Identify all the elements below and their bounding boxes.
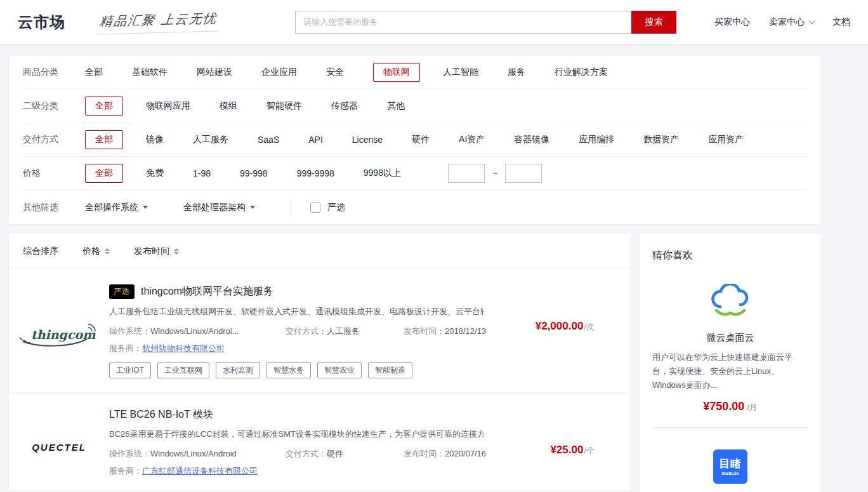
- product-tag[interactable]: 智慧农业: [317, 362, 362, 378]
- sort-default[interactable]: 综合排序: [23, 246, 58, 257]
- product-item: QUECTEL LTE BC26 NB-IoT 模块 BC26采用更易于焊接的L…: [9, 392, 630, 491]
- thingcom-logo-icon: thingcom: [18, 319, 100, 352]
- filter-label: 二级分类: [23, 100, 85, 112]
- publish-value: 2020/07/16: [445, 449, 486, 458]
- filter-option[interactable]: 企业应用: [261, 63, 297, 81]
- marketplace-logo[interactable]: 云市场: [18, 12, 65, 32]
- quectel-logo[interactable]: QUECTEL: [9, 408, 109, 477]
- search-button[interactable]: 搜索: [631, 11, 676, 34]
- filter-option[interactable]: 应用资产: [708, 131, 744, 149]
- price-value: ¥750.00: [703, 400, 744, 413]
- filter-option[interactable]: 模组: [220, 97, 237, 115]
- yanxuan-checkbox-label[interactable]: 严选: [327, 202, 345, 213]
- price-max-input[interactable]: [505, 164, 542, 183]
- search-bar: 搜索: [295, 11, 676, 34]
- product-price: ¥2,000.00/次: [503, 284, 630, 378]
- sort-price-label: 价格: [82, 246, 100, 257]
- delivery-value: 硬件: [327, 449, 343, 458]
- product-tag[interactable]: 水利监测: [216, 362, 260, 378]
- filter-option[interactable]: AI资产: [459, 131, 485, 149]
- provider-link[interactable]: 杭州轨物科技有限公司: [142, 343, 225, 353]
- os-dropdown[interactable]: 全部操作系统: [85, 202, 148, 213]
- filter-option-selected[interactable]: 物联网: [373, 63, 420, 82]
- nav-docs[interactable]: 文档: [832, 17, 850, 28]
- delivery-value: 人工服务: [327, 326, 360, 336]
- filter-option[interactable]: 硬件: [412, 131, 430, 149]
- filter-option[interactable]: 服务: [508, 63, 525, 81]
- filter-option[interactable]: 9998以上: [364, 164, 401, 182]
- yanxuan-checkbox[interactable]: [310, 203, 320, 213]
- product-tag[interactable]: 工业互联网: [157, 362, 209, 378]
- nav-seller-label: 卖家中心: [769, 17, 805, 28]
- arch-dropdown-label: 全部处理器架构: [183, 202, 246, 213]
- sort-price[interactable]: 价格: [82, 246, 110, 257]
- price-value: ¥2,000.00: [536, 320, 584, 332]
- filter-option[interactable]: 免费: [146, 164, 164, 182]
- product-tag[interactable]: 智慧水务: [266, 362, 311, 378]
- cloud-desktop-icon[interactable]: [652, 284, 808, 321]
- filter-option[interactable]: License: [352, 131, 383, 148]
- price-range-separator: ~: [492, 168, 497, 178]
- filter-option[interactable]: 应用编排: [579, 131, 614, 149]
- product-title[interactable]: thingcom物联网平台实施服务: [141, 285, 273, 298]
- filter-option[interactable]: 行业解决方案: [555, 63, 608, 81]
- publish-label: 发布时间：: [404, 326, 445, 336]
- product-tag[interactable]: 智能制造: [368, 362, 412, 378]
- filter-option[interactable]: 全部: [85, 63, 103, 81]
- sort-arrows-icon: [105, 248, 110, 255]
- product-tag[interactable]: 工业IOT: [109, 362, 151, 378]
- recommendation-name[interactable]: 微云桌面云: [652, 332, 808, 344]
- nav-seller-center[interactable]: 卖家中心: [769, 17, 813, 28]
- filter-option[interactable]: 数据资产: [643, 131, 679, 149]
- filter-label: 商品分类: [23, 67, 85, 78]
- sort-bar: 综合排序 价格 发布时间: [9, 234, 630, 269]
- filter-row-category: 商品分类 全部 基础软件 网站建设 企业应用 安全 物联网 人工智能 服务 行业…: [23, 56, 807, 90]
- filter-option[interactable]: 基础软件: [132, 63, 168, 81]
- filter-label: 价格: [23, 168, 85, 179]
- thingcom-logo[interactable]: thingcom: [9, 284, 109, 378]
- filter-option[interactable]: 容器镜像: [514, 131, 549, 149]
- mudu-logo-text: 目睹: [719, 458, 742, 470]
- sort-publish-time[interactable]: 发布时间: [134, 246, 179, 257]
- filter-option[interactable]: API: [308, 131, 323, 148]
- sort-arrows-icon: [174, 248, 179, 255]
- filter-option[interactable]: 传感器: [331, 97, 358, 115]
- arch-dropdown[interactable]: 全部处理器架构: [183, 202, 255, 213]
- search-input[interactable]: [295, 11, 631, 34]
- filter-option[interactable]: 网站建设: [197, 63, 232, 81]
- price-min-input[interactable]: [448, 164, 485, 183]
- main-content: 综合排序 价格 发布时间 thingcom: [9, 234, 859, 492]
- filter-option[interactable]: 999-9998: [297, 165, 334, 182]
- provider-link[interactable]: 广东红邮通信设备科技有限公司: [142, 466, 258, 475]
- filter-option[interactable]: SaaS: [258, 131, 279, 148]
- recommendation-price: ¥750.00/月: [652, 400, 808, 413]
- filter-option-selected[interactable]: 全部: [85, 164, 123, 183]
- filter-option-selected[interactable]: 全部: [85, 96, 123, 116]
- recommendation-item: 目睹 mudu.tv 目睹直播 目睹直播是简单易用的企业视频直播平台，适用在线培…: [652, 449, 808, 492]
- filter-option[interactable]: 镜像: [146, 131, 164, 149]
- filter-option[interactable]: 人工智能: [443, 63, 478, 81]
- filter-option[interactable]: 智能硬件: [266, 97, 302, 115]
- filter-option[interactable]: 其他: [387, 97, 405, 115]
- product-price: ¥25.00/个: [503, 408, 630, 477]
- dropdown-arrow-icon: [250, 206, 255, 209]
- price-unit: /月: [747, 402, 758, 412]
- price-unit: /次: [584, 322, 595, 331]
- filter-option[interactable]: 物联网应用: [146, 97, 190, 115]
- product-title[interactable]: LTE BC26 NB-IoT 模块: [109, 408, 213, 422]
- filter-option[interactable]: 人工服务: [193, 131, 228, 149]
- mudu-logo[interactable]: 目睹 mudu.tv: [713, 449, 747, 484]
- filter-option[interactable]: 安全: [326, 63, 344, 81]
- filter-option-selected[interactable]: 全部: [85, 130, 123, 149]
- publish-value: 2018/12/13: [445, 326, 486, 336]
- quectel-logo-text: QUECTEL: [32, 442, 86, 453]
- provider-label: 服务商：: [109, 466, 142, 475]
- filter-panel: 商品分类 全部 基础软件 网站建设 企业应用 安全 物联网 人工智能 服务 行业…: [9, 56, 821, 224]
- brand-slogan: 精品汇聚 上云无忧: [97, 10, 222, 34]
- filter-option[interactable]: 99-998: [240, 165, 268, 182]
- filter-option[interactable]: 1-98: [193, 165, 211, 182]
- sidebar-title: 猜你喜欢: [652, 249, 808, 262]
- filter-label: 交付方式: [23, 134, 85, 145]
- top-nav: 买家中心 卖家中心 文档: [714, 17, 850, 28]
- nav-buyer-center[interactable]: 买家中心: [714, 17, 750, 28]
